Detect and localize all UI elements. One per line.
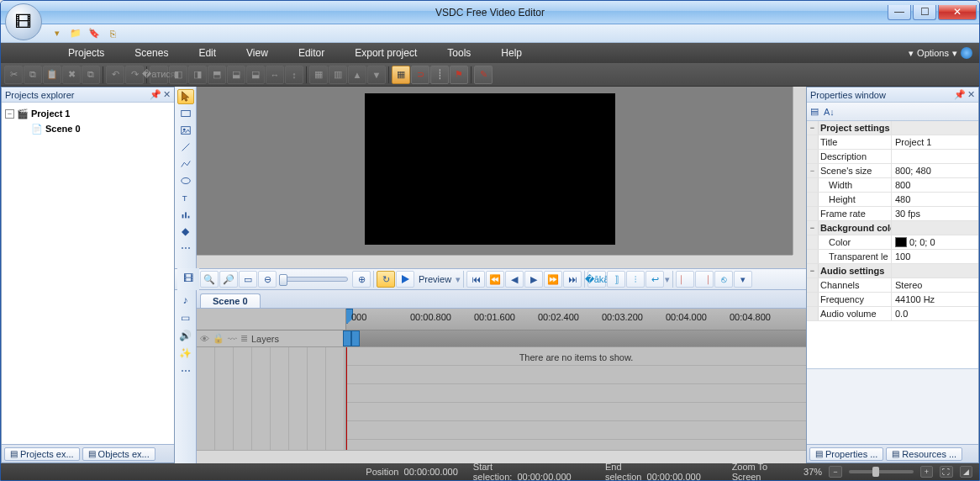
undo-tl-icon[interactable]: ↩ — [645, 271, 664, 288]
redo-icon[interactable]: ↷ — [125, 66, 144, 84]
eye-icon[interactable]: 👁 — [200, 334, 209, 344]
tab-projects-explorer[interactable]: ▤Projects ex... — [4, 447, 80, 461]
prop-freq-val[interactable]: 44100 Hz — [891, 293, 978, 306]
playhead-line[interactable] — [346, 347, 347, 450]
expand-icon[interactable]: − — [807, 221, 819, 235]
fit-screen-button[interactable]: ⛶ — [940, 466, 952, 478]
lock-icon[interactable]: 🔒 — [213, 333, 224, 344]
tl-video-icon[interactable]: ▭ — [177, 310, 194, 325]
tab-resources[interactable]: ▤Resources ... — [886, 447, 962, 461]
prop-vol-val[interactable]: 0.0 — [891, 307, 978, 320]
panel-close-icon[interactable]: ✕ — [967, 89, 975, 100]
track-more-icon[interactable]: ▾ — [734, 271, 752, 288]
tl-more-icon[interactable]: ⋯ — [177, 363, 194, 378]
tl-audio-icon[interactable]: ♪ — [177, 293, 194, 308]
project-tree[interactable]: − 🎬 Project 1 📄 Scene 0 — [2, 103, 174, 444]
menu-editor[interactable]: Editor — [283, 43, 340, 63]
canvas-vscroll[interactable] — [793, 87, 806, 255]
pin-icon[interactable]: 📌 — [150, 89, 161, 100]
app-menu-orb[interactable]: 🎞 — [2, 0, 45, 44]
duplicate-icon[interactable]: ⧉ — [82, 66, 100, 84]
tool-image-icon[interactable] — [177, 123, 194, 138]
goto-start-icon[interactable]: ⏮ — [466, 271, 485, 288]
tab-objects-explorer[interactable]: ▤Objects ex... — [82, 447, 155, 461]
expand-icon[interactable]: − — [807, 264, 819, 278]
pencil-icon[interactable]: ✎ — [474, 66, 493, 84]
timeline-hscroll[interactable] — [197, 450, 806, 463]
tool-more-icon[interactable]: ⋯ — [177, 240, 194, 256]
tool-chart-icon[interactable] — [177, 207, 194, 222]
menu-scenes[interactable]: Scenes — [119, 43, 183, 63]
step-fwd-icon[interactable]: ▶ — [524, 271, 543, 288]
scene-tab-0[interactable]: Scene 0 — [200, 293, 261, 308]
tool-shape-icon[interactable]: ◆ — [177, 224, 194, 239]
layers-row-header[interactable]: 👁 🔒 〰 ≣ Layers — [197, 330, 346, 346]
prop-size-val[interactable]: 800; 480 — [891, 164, 978, 177]
step-back-icon[interactable]: ◀ — [505, 271, 524, 288]
tool-rect-icon[interactable] — [177, 106, 194, 121]
expand-icon[interactable]: − — [807, 164, 819, 177]
wave-icon[interactable]: 〰 — [228, 334, 237, 344]
preview-canvas[interactable] — [365, 93, 615, 245]
zoom-plus-button[interactable]: + — [920, 466, 933, 478]
menu-view[interactable]: View — [231, 43, 283, 63]
menu-tools[interactable]: Tools — [432, 43, 486, 63]
distribute-v-icon[interactable]: ↕ — [285, 66, 303, 84]
qat-new-icon[interactable]: ▾ — [50, 26, 65, 41]
paste-icon[interactable]: 📋 — [43, 66, 61, 84]
zoom-slider[interactable] — [281, 277, 348, 282]
tool-ellipse-icon[interactable] — [177, 173, 194, 188]
prop-trans-val[interactable]: 100 — [891, 250, 978, 263]
play-icon[interactable] — [396, 271, 414, 288]
zoom-out-icon[interactable]: 🔎 — [219, 271, 238, 288]
undo-icon[interactable]: ↶ — [106, 66, 124, 84]
timeline-body[interactable]: There are no items to show. — [197, 347, 806, 450]
track-split-icon[interactable]: ⎋ — [714, 271, 733, 288]
delete-icon[interactable]: ✖ — [62, 66, 81, 84]
group-icon[interactable]: ▦ — [309, 66, 328, 84]
categorized-icon[interactable]: ▤ — [810, 106, 819, 117]
menu-export-project[interactable]: Export project — [340, 43, 432, 63]
zoom-in-icon[interactable]: 🔍 — [200, 271, 219, 288]
qat-export-icon[interactable]: ⎘ — [105, 26, 120, 41]
copy-icon[interactable]: ⧉ — [24, 66, 42, 84]
zoom-fit-icon[interactable]: ▭ — [239, 271, 257, 288]
tl-vol-icon[interactable]: 🔊 — [177, 328, 194, 343]
flag-icon[interactable]: ⚑ — [450, 66, 468, 84]
bring-front-icon[interactable]: ▲ — [348, 66, 366, 84]
snap-grid-icon[interactable]: ▦ — [392, 66, 410, 84]
panel-close-icon[interactable]: ✕ — [163, 89, 171, 100]
ungroup-icon[interactable]: ▥ — [329, 66, 347, 84]
split-icon[interactable]: ⸽ — [626, 271, 645, 288]
ruler-icon[interactable]: ┊ — [430, 66, 449, 84]
menu-help[interactable]: Help — [486, 43, 537, 63]
title-bar[interactable]: VSDC Free Video Editor — ☐ ✕ — [1, 1, 979, 24]
prop-chan-val[interactable]: Stereo — [891, 278, 978, 292]
menu-options[interactable]: ▾ Options ▾ — [909, 47, 979, 59]
tl-fx-icon[interactable]: ✨ — [177, 346, 194, 361]
align-bottom-icon[interactable]: ⬓ — [246, 66, 265, 84]
timeline-ruler[interactable]: 000 00:00.800 00:01.600 00:02.400 00:03.… — [346, 309, 806, 330]
property-grid[interactable]: −Project settings TitleProject 1 Descrip… — [807, 121, 978, 368]
tree-root[interactable]: − 🎬 Project 1 — [5, 106, 171, 121]
pin-icon[interactable]: 📌 — [954, 89, 966, 100]
maximize-button[interactable]: ☐ — [913, 5, 936, 20]
align-middle-icon[interactable]: ⬓ — [227, 66, 245, 84]
range-start-handle[interactable] — [343, 330, 351, 346]
prop-fps-val[interactable]: 30 fps — [891, 207, 978, 220]
expand-icon[interactable]: − — [807, 121, 819, 135]
zoom-slider-status[interactable] — [849, 470, 914, 473]
resize-grip-icon[interactable]: ◢ — [960, 466, 972, 478]
minimize-button[interactable]: — — [888, 5, 911, 20]
loop-icon[interactable]: ↻ — [377, 271, 395, 288]
step-fwd-fast-icon[interactable]: ⏩ — [544, 271, 562, 288]
expand-icon[interactable]: − — [5, 109, 14, 119]
snap-guides-icon[interactable]: ⊃ — [411, 66, 429, 84]
menu-edit[interactable]: Edit — [183, 43, 231, 63]
align-top-icon[interactable]: ⬒ — [208, 66, 226, 84]
prop-desc-val[interactable] — [891, 150, 978, 163]
align-left-icon[interactable]: �атися — [150, 66, 168, 84]
tool-line-icon[interactable] — [177, 140, 194, 155]
menu-projects[interactable]: Projects — [53, 43, 119, 63]
zoom-minus-button[interactable]: − — [829, 466, 841, 478]
